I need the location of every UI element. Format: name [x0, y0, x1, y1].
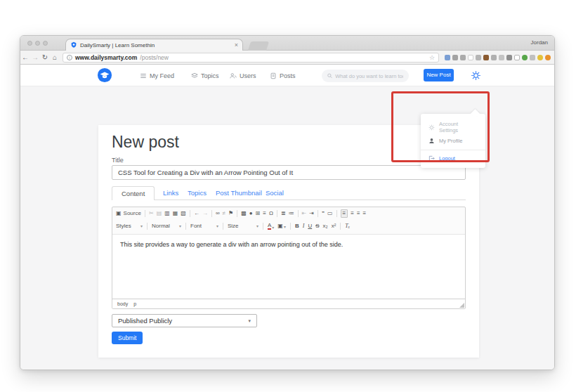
tab-topics[interactable]: Topics — [188, 186, 207, 200]
tab-close-icon[interactable]: × — [235, 41, 238, 48]
bg-color-icon: ▣ — [277, 223, 283, 229]
dailysmarty-logo-icon[interactable] — [97, 67, 112, 83]
new-tab-button[interactable] — [248, 41, 269, 51]
settings-gear-icon[interactable] — [471, 70, 481, 81]
source-button[interactable]: ▣Source — [116, 211, 141, 216]
tab-content[interactable]: Content — [112, 186, 155, 200]
new-post-button[interactable]: New Post — [424, 69, 454, 81]
div-container-icon[interactable]: ▭ — [327, 211, 333, 216]
submit-button[interactable]: Submit — [112, 332, 143, 344]
back-icon[interactable]: ← — [20, 53, 30, 61]
nav-item-topics[interactable]: Topics — [191, 65, 219, 86]
undo-icon[interactable]: ← — [194, 211, 199, 216]
extension-icon[interactable] — [460, 55, 466, 60]
page-info-icon[interactable]: i — [67, 55, 72, 60]
extensions-row — [445, 55, 551, 60]
justify-icon[interactable]: ≡ — [363, 211, 367, 216]
subscript-icon[interactable]: x₂ — [323, 223, 328, 229]
close-window-button[interactable] — [27, 41, 32, 46]
nav-item-users[interactable]: Users — [230, 65, 256, 86]
reload-icon[interactable]: ↻ — [40, 53, 50, 61]
tab-post-thumbnail[interactable]: Post Thumbnail — [216, 186, 262, 200]
extension-icon[interactable] — [468, 55, 473, 60]
bold-icon[interactable]: B — [295, 223, 299, 229]
paste-text-icon[interactable]: ▦ — [173, 211, 178, 216]
extension-icon[interactable] — [506, 55, 512, 60]
table-icon[interactable]: ⊞ — [256, 211, 261, 216]
address-bar[interactable]: i www.dailysmarty.com/posts/new ☆ — [63, 53, 439, 63]
search-box[interactable] — [322, 70, 409, 82]
link-icon[interactable]: ∞ — [216, 211, 220, 216]
menu-item-label: Account Settings — [439, 121, 478, 133]
menu-item-logout[interactable]: Logout — [421, 153, 485, 164]
horizontal-rule-icon[interactable]: ≡ — [263, 211, 266, 216]
superscript-icon[interactable]: x² — [332, 223, 336, 229]
bulleted-list-icon[interactable]: ≔ — [289, 211, 294, 216]
path-body[interactable]: body — [117, 301, 128, 306]
bookmark-star-icon[interactable]: ☆ — [429, 54, 435, 61]
copy-icon[interactable]: ▤ — [157, 211, 162, 216]
nav-item-my-feed[interactable]: My Feed — [140, 65, 174, 86]
zoom-window-button[interactable] — [43, 41, 48, 46]
browser-tab[interactable]: DailySmarty | Learn Somethin × — [65, 39, 243, 51]
outdent-icon[interactable]: ⇤ — [302, 211, 307, 216]
anchor-flag-icon[interactable]: ⚑ — [228, 211, 233, 216]
redo-icon[interactable]: → — [202, 211, 208, 216]
path-p[interactable]: p — [133, 301, 136, 306]
smiley-icon[interactable]: ● — [249, 211, 253, 216]
account-settings-gear-icon — [428, 124, 435, 131]
search-input[interactable] — [335, 73, 403, 79]
paste-word-icon[interactable]: ▧ — [181, 211, 186, 216]
paste-icon[interactable]: ▥ — [164, 211, 170, 216]
extension-icon[interactable] — [452, 55, 458, 60]
editor-content-area[interactable]: This site provides a way to generate a d… — [112, 234, 465, 299]
italic-icon[interactable]: I — [303, 223, 305, 229]
home-icon[interactable]: ⌂ — [50, 53, 60, 61]
bg-color-button[interactable]: ▣▾ — [277, 223, 286, 229]
numbered-list-icon[interactable]: ≣ — [281, 211, 286, 216]
underline-icon[interactable]: U — [308, 223, 312, 229]
extension-icon[interactable] — [545, 55, 551, 60]
tab-social[interactable]: Social — [266, 186, 284, 200]
extension-icon[interactable] — [530, 55, 535, 60]
extension-icon[interactable] — [483, 55, 489, 60]
size-select[interactable]: Size▾ — [228, 223, 258, 229]
blockquote-icon[interactable]: ” — [322, 211, 325, 216]
extension-icon[interactable] — [491, 55, 497, 60]
post-title-input[interactable] — [112, 165, 466, 180]
indent-icon[interactable]: ⇥ — [309, 211, 314, 216]
toolbar-row: ← → ↻ ⌂ i www.dailysmarty.com/posts/new … — [20, 51, 554, 65]
nav-label: My Feed — [150, 72, 174, 79]
align-left-icon[interactable]: ≡ — [341, 209, 348, 218]
menu-item-my-profile[interactable]: My Profile — [421, 136, 485, 146]
image-icon[interactable]: ▩ — [241, 211, 247, 216]
strikethrough-icon[interactable]: S — [315, 223, 319, 229]
format-select[interactable]: Normal▾ — [152, 223, 181, 229]
align-center-icon[interactable]: ≡ — [351, 211, 354, 216]
dropdown-caret — [471, 109, 480, 118]
extension-icon[interactable] — [445, 55, 450, 60]
remove-format-icon[interactable]: Tₓ — [345, 223, 350, 229]
source-icon: ▣ — [116, 211, 122, 216]
publish-status-select[interactable]: Published Publicly ▾ — [112, 314, 257, 327]
styles-select[interactable]: Styles▾ — [116, 223, 143, 229]
cut-icon[interactable]: ✂ — [149, 211, 154, 216]
chevron-down-icon: ▾ — [284, 225, 286, 229]
extension-icon[interactable] — [537, 55, 543, 60]
menu-item-account-settings[interactable]: Account Settings — [421, 119, 485, 136]
minimize-window-button[interactable] — [35, 41, 40, 46]
unlink-icon[interactable]: ≠ — [223, 211, 225, 216]
editor-resize-handle[interactable] — [459, 303, 464, 308]
extension-icon[interactable] — [499, 55, 504, 60]
nav-item-posts[interactable]: Posts — [270, 65, 296, 86]
extension-icon[interactable] — [522, 55, 528, 60]
tab-strip: DailySmarty | Learn Somethin × Jordan — [20, 36, 554, 51]
align-right-icon[interactable]: ≡ — [357, 211, 360, 216]
extension-icon[interactable] — [476, 55, 481, 60]
special-char-icon[interactable]: Ω — [269, 211, 273, 216]
forward-icon[interactable]: → — [30, 53, 40, 61]
font-select[interactable]: Font▾ — [190, 223, 218, 229]
tab-links[interactable]: Links — [163, 186, 178, 200]
extension-icon[interactable] — [514, 55, 520, 60]
text-color-button[interactable]: A▾ — [268, 223, 274, 230]
